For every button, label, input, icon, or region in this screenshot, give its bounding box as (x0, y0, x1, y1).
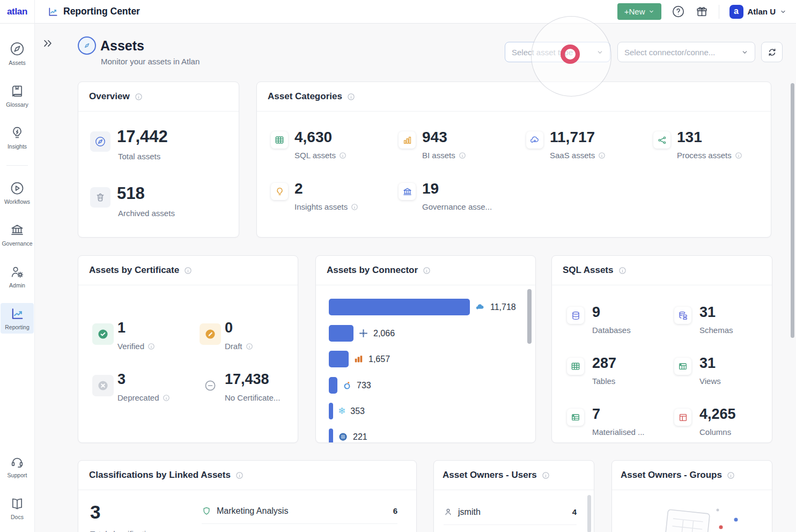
gift-icon[interactable] (695, 5, 709, 18)
stat-label-text: SQL assets (294, 151, 336, 160)
overview-card: Overview 17,442 Total assets 518 Archive… (78, 82, 239, 238)
stat-label-text: BI assets (422, 151, 455, 160)
sidebar-item-label: Reporting (5, 324, 30, 330)
trash-icon (90, 187, 110, 208)
sidebar-item-insights[interactable]: Insights (1, 122, 34, 153)
looker-icon (342, 381, 352, 390)
bank-icon (399, 183, 416, 200)
connector-value: 221 (353, 432, 367, 442)
sidebar-item-label: Insights (8, 143, 27, 150)
info-icon[interactable] (598, 152, 606, 159)
stat-label-text: No Certificate... (225, 393, 280, 402)
asset-type-select[interactable]: Select asset type (505, 42, 610, 62)
headset-icon (10, 454, 25, 469)
compass-icon (9, 41, 25, 57)
stat-label-text: Process assets (677, 151, 732, 160)
sidebar-item-governance[interactable]: Governance (1, 219, 34, 250)
sidebar-item-docs[interactable]: Docs (1, 493, 34, 523)
sidebar-item-workflows[interactable]: Workflows (1, 178, 34, 208)
topbar-divider (719, 5, 719, 19)
chart-scrollbar[interactable] (527, 289, 532, 344)
chevron-down-icon (648, 9, 654, 14)
archived-assets-label: Archived assets (118, 209, 175, 218)
info-icon[interactable] (184, 267, 192, 275)
play-circle-icon (10, 181, 25, 196)
info-icon[interactable] (727, 471, 735, 479)
bulb-icon (271, 183, 288, 200)
connector-bar[interactable] (329, 299, 470, 315)
connector-value: 353 (350, 407, 365, 416)
expand-sidebar-icon[interactable] (42, 38, 54, 49)
databases-value: 9 (592, 305, 600, 320)
sidebar-item-reporting[interactable]: Reporting (1, 303, 34, 334)
no-certificate-label: No Certificate... (225, 393, 280, 402)
connector-bar-row: 733 (329, 377, 371, 394)
info-icon[interactable] (735, 152, 742, 159)
stat-label-text: Draft (225, 342, 242, 351)
info-icon[interactable] (423, 267, 431, 275)
app-title-wrap: Reporting Center (35, 6, 140, 17)
info-icon[interactable] (163, 394, 170, 402)
classification-row[interactable]: Marketing Analysis 6 (202, 498, 397, 524)
info-icon[interactable] (542, 471, 550, 479)
list-scrollbar[interactable] (587, 495, 591, 532)
info-icon[interactable] (347, 93, 355, 101)
columns-value: 4,265 (699, 407, 736, 422)
info-icon[interactable] (148, 343, 155, 350)
chevron-down-icon (741, 49, 748, 56)
help-icon[interactable] (672, 5, 685, 18)
bulb-bolt-icon (10, 125, 25, 141)
owner-user-row[interactable]: jsmith 4 (444, 499, 577, 525)
page-scrollbar[interactable] (791, 83, 794, 338)
verified-badge-icon (92, 323, 114, 345)
connector-bar[interactable] (329, 377, 337, 394)
info-icon[interactable] (339, 152, 347, 159)
total-classifications-value: 3 (90, 503, 100, 522)
connector-bar[interactable] (329, 325, 353, 342)
connector-value: 11,718 (490, 302, 516, 312)
connector-bar-row: 221 (329, 428, 367, 443)
card-title: Overview (89, 91, 130, 102)
info-icon[interactable] (351, 203, 358, 211)
user-icon (444, 507, 453, 516)
bi-assets-label: BI assets (422, 151, 466, 160)
chevron-down-icon (780, 9, 786, 15)
card-title: SQL Assets (563, 265, 614, 276)
saas-assets-value: 11,717 (550, 129, 595, 145)
archived-assets-value: 518 (117, 185, 145, 203)
atlan-logo[interactable]: atlan (7, 6, 27, 17)
redshift-icon (353, 354, 364, 364)
other-connector-icon (338, 432, 348, 442)
sidebar-item-assets[interactable]: Assets (1, 38, 34, 69)
info-icon[interactable] (135, 93, 143, 101)
info-icon[interactable] (235, 471, 244, 479)
asset-type-placeholder: Select asset type (512, 48, 596, 57)
chevron-down-icon (596, 49, 603, 56)
bank-icon (10, 223, 25, 238)
info-icon[interactable] (246, 343, 253, 350)
draft-badge-icon (200, 323, 221, 345)
page-title: Assets (100, 36, 144, 55)
connector-bar[interactable] (329, 403, 333, 419)
sidebar-item-support[interactable]: Support (1, 451, 34, 482)
card-title: Assets by Connector (327, 265, 418, 276)
sidebar-item-glossary[interactable]: Glossary (1, 80, 34, 111)
page-subtitle: Monitor your assets in Atlan (101, 57, 200, 66)
user-menu[interactable]: a Atlan U (729, 5, 787, 19)
sql-assets-value: 4,630 (294, 129, 332, 145)
info-icon[interactable] (618, 267, 627, 275)
connector-value: 733 (357, 381, 371, 390)
stat-label-text: Verified (117, 342, 144, 351)
saas-assets-label: SaaS assets (550, 151, 606, 160)
info-icon[interactable] (459, 152, 466, 159)
new-button[interactable]: +New (617, 3, 661, 20)
connector-bar[interactable] (329, 428, 333, 443)
snowflake-icon: ❄ (338, 407, 345, 416)
connector-bar[interactable] (329, 351, 349, 367)
tableau-icon (358, 328, 368, 338)
refresh-button[interactable] (761, 42, 783, 62)
sidebar-item-admin[interactable]: Admin (1, 261, 34, 292)
insights-assets-value: 2 (294, 181, 303, 196)
connector-select[interactable]: Select connector/conne... (617, 42, 755, 62)
owner-user-count: 4 (572, 507, 577, 516)
